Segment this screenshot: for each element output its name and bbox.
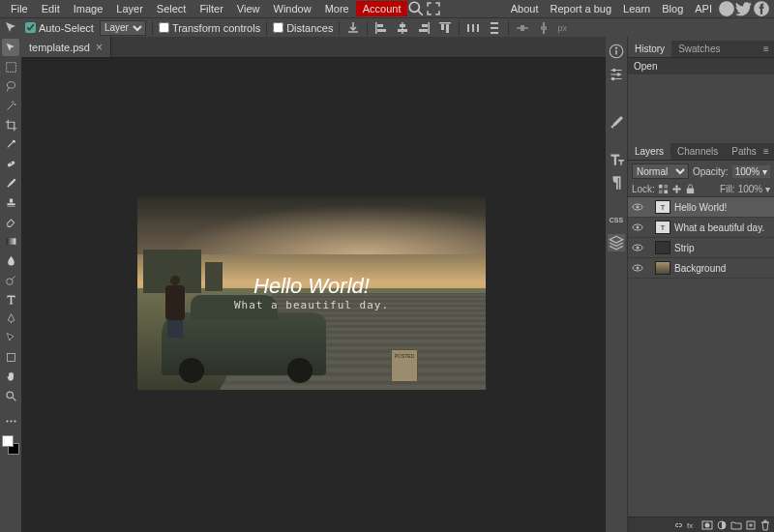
new-layer-icon[interactable] <box>745 519 757 531</box>
heal-tool[interactable] <box>2 155 19 172</box>
visibility-icon[interactable] <box>632 201 643 213</box>
menu-filter[interactable]: Filter <box>193 1 229 16</box>
panel-menu-icon[interactable]: ≡ <box>760 146 772 158</box>
layer-group-icon[interactable] <box>730 519 742 531</box>
align-hcenter-icon[interactable] <box>395 20 410 36</box>
reddit-icon[interactable] <box>718 0 735 17</box>
foreground-color-swatch[interactable] <box>2 435 14 447</box>
layers-panel-icon[interactable] <box>608 234 625 251</box>
hand-tool[interactable] <box>2 368 19 385</box>
align-right-icon[interactable] <box>416 20 432 36</box>
align-download-icon[interactable] <box>345 20 361 36</box>
opacity-value[interactable]: 100% ▾ <box>732 165 770 178</box>
layer-effects-icon[interactable]: fx <box>687 519 699 531</box>
adjust-panel-icon[interactable] <box>608 66 625 83</box>
menu-report-bug[interactable]: Report a bug <box>544 1 617 16</box>
menu-learn[interactable]: Learn <box>617 1 656 16</box>
channels-tab[interactable]: Channels <box>670 143 725 160</box>
canvas-area[interactable]: template.psd × POSTED Hello World! What … <box>21 37 606 532</box>
menu-more[interactable]: More <box>318 1 356 16</box>
paths-tab[interactable]: Paths <box>725 143 763 160</box>
move-tool[interactable] <box>2 39 19 56</box>
eyedropper-tool[interactable] <box>2 135 19 153</box>
blend-mode-select[interactable]: Normal <box>632 163 689 179</box>
adjustment-layer-icon[interactable] <box>716 519 728 531</box>
layers-tab[interactable]: Layers <box>628 143 670 160</box>
blur-tool[interactable] <box>2 251 19 269</box>
align-top-icon[interactable] <box>437 20 453 36</box>
distances-checkbox[interactable]: Distances <box>273 22 333 34</box>
menu-file[interactable]: File <box>4 1 35 16</box>
dodge-tool[interactable] <box>2 271 19 288</box>
fullscreen-icon[interactable] <box>425 0 442 17</box>
wand-tool[interactable] <box>2 97 19 114</box>
distribute-v-icon[interactable] <box>487 20 502 36</box>
distribute-h-icon[interactable] <box>465 20 481 36</box>
color-swatches[interactable] <box>2 435 19 455</box>
separator <box>508 21 509 35</box>
link-layers-icon[interactable] <box>672 519 684 531</box>
more-tools[interactable] <box>2 412 19 429</box>
crop-tool[interactable] <box>2 116 19 133</box>
layer-mask-icon[interactable] <box>701 519 713 531</box>
delete-layer-icon[interactable] <box>759 519 771 531</box>
gradient-tool[interactable] <box>2 232 19 250</box>
menu-edit[interactable]: Edit <box>35 1 67 16</box>
svg-point-35 <box>615 47 617 49</box>
transform-controls-checkbox[interactable]: Transform controls <box>159 22 260 34</box>
history-item[interactable]: Open <box>628 58 774 74</box>
css-panel-icon[interactable]: CSS <box>608 211 625 228</box>
search-icon[interactable] <box>407 0 425 17</box>
character-panel-icon[interactable] <box>608 151 625 168</box>
menu-blog[interactable]: Blog <box>656 1 689 16</box>
menu-layer[interactable]: Layer <box>109 1 150 16</box>
stamp-tool[interactable] <box>2 193 19 211</box>
path-select-tool[interactable] <box>2 329 19 346</box>
menu-select[interactable]: Select <box>150 1 194 16</box>
document-tab-name: template.psd <box>29 42 90 53</box>
lock-pixels-icon[interactable] <box>658 184 669 194</box>
brush-panel-icon[interactable] <box>608 114 625 132</box>
shape-tool[interactable] <box>2 348 19 366</box>
eraser-tool[interactable] <box>2 213 19 230</box>
lock-all-icon[interactable] <box>685 184 696 194</box>
visibility-icon[interactable] <box>632 262 643 274</box>
gap-v-icon[interactable] <box>536 20 551 36</box>
visibility-icon[interactable] <box>632 222 643 233</box>
layer-row[interactable]: Background <box>628 258 774 279</box>
auto-select-target[interactable]: Layer <box>100 20 146 36</box>
swatches-tab[interactable]: Swatches <box>671 41 727 57</box>
layer-row[interactable]: T Hello World! <box>628 197 774 218</box>
pen-tool[interactable] <box>2 310 19 327</box>
align-left-icon[interactable] <box>373 20 389 36</box>
gap-h-icon[interactable] <box>515 20 530 36</box>
marquee-tool[interactable] <box>2 58 19 75</box>
menu-about[interactable]: About <box>505 1 545 16</box>
lock-move-icon[interactable] <box>671 184 682 194</box>
close-tab-icon[interactable]: × <box>96 41 103 54</box>
layer-row[interactable]: Strip <box>628 238 774 258</box>
menu-image[interactable]: Image <box>67 1 110 16</box>
twitter-icon[interactable] <box>735 0 753 17</box>
menu-account[interactable]: Account <box>356 1 408 16</box>
lasso-tool[interactable] <box>2 77 19 95</box>
layers-blend-row: Normal Opacity: 100% ▾ <box>628 161 774 182</box>
menu-view[interactable]: View <box>230 1 267 16</box>
zoom-tool[interactable] <box>2 387 19 404</box>
fill-value[interactable]: 100% ▾ <box>738 184 770 194</box>
facebook-icon[interactable] <box>753 0 770 17</box>
layer-row[interactable]: T What a beautiful day. <box>628 218 774 238</box>
visibility-icon[interactable] <box>632 242 643 253</box>
document-tab[interactable]: template.psd × <box>21 37 111 57</box>
paragraph-panel-icon[interactable] <box>608 174 625 192</box>
info-panel-icon[interactable] <box>608 43 625 60</box>
menu-api[interactable]: API <box>689 1 718 16</box>
brush-tool[interactable] <box>2 174 19 192</box>
menu-window[interactable]: Window <box>267 1 318 16</box>
history-tab[interactable]: History <box>628 41 671 57</box>
panel-menu-icon[interactable]: ≡ <box>760 44 772 55</box>
auto-select-checkbox[interactable]: Auto-Select <box>25 22 94 34</box>
type-tool[interactable] <box>2 290 19 308</box>
svg-rect-42 <box>664 190 668 193</box>
document-canvas[interactable]: POSTED Hello World! What a beautiful day… <box>137 196 486 390</box>
